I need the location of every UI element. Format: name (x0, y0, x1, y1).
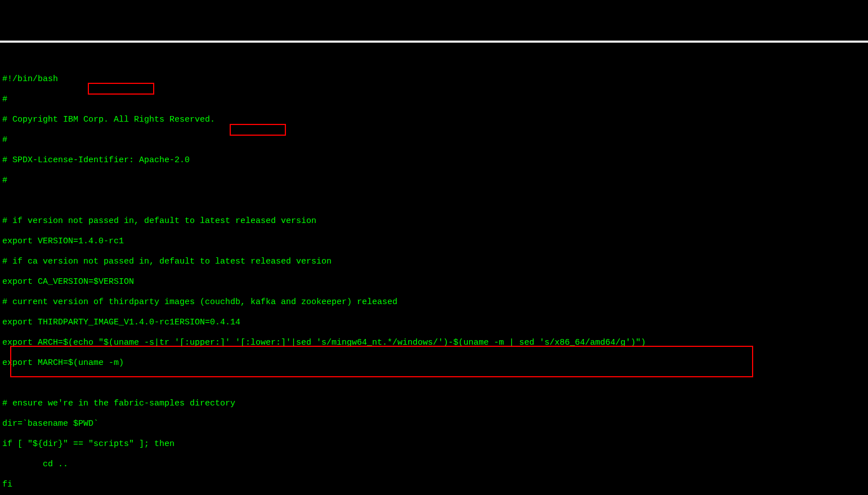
code-line: # (2, 95, 866, 105)
window-titlebar (0, 41, 868, 43)
code-line: export ARCH=$(echo "$(uname -s|tr '[:upp… (2, 338, 866, 348)
code-line: # current version of thirdparty images (… (2, 297, 866, 307)
code-line: #!/bin/bash (2, 74, 866, 84)
code-line: export VERSION=1.4.0-rc1 (2, 237, 866, 247)
code-line: # if version not passed in, default to l… (2, 216, 866, 226)
code-line: export MARCH=$(uname -m) (2, 358, 866, 368)
code-line: # ensure we're in the fabric-samples dir… (2, 399, 866, 409)
code-line: # Copyright IBM Corp. All Rights Reserve… (2, 115, 866, 125)
code-line: export CA_VERSION=$VERSION (2, 277, 866, 287)
code-line: export THIRDPARTY_IMAGE_V1.4.0-rc1ERSION… (2, 318, 866, 328)
code-line: # (2, 176, 866, 186)
code-line: if [ "${dir}" == "scripts" ]; then (2, 439, 866, 449)
code-line: dir=`basename $PWD` (2, 419, 866, 429)
code-line (2, 196, 866, 206)
code-line: # if ca version not passed in, default t… (2, 257, 866, 267)
code-line: # SPDX-License-Identifier: Apache-2.0 (2, 155, 866, 166)
code-line: cd .. (2, 460, 866, 470)
code-line: # (2, 135, 866, 145)
code-line (2, 378, 866, 389)
terminal-code-viewer: #!/bin/bash # # Copyright IBM Corp. All … (0, 63, 868, 495)
code-line: fi (2, 480, 866, 490)
